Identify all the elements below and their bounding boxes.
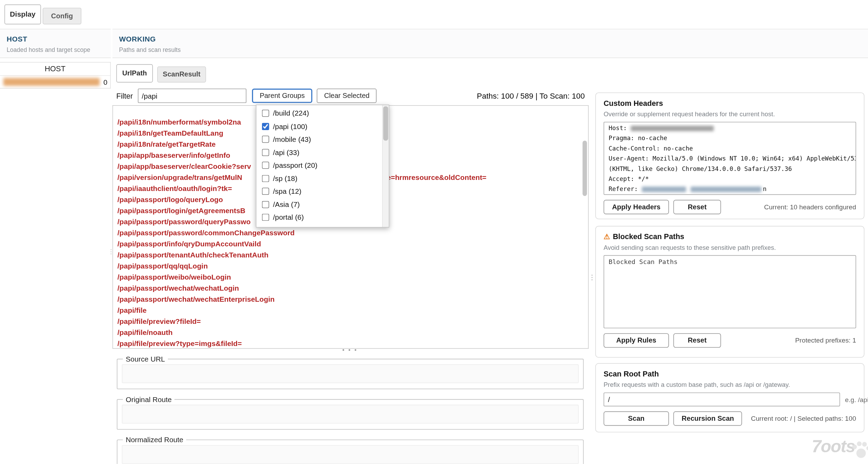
filter-label: Filter — [116, 92, 133, 100]
headers-status: Current: 10 headers configured — [764, 203, 856, 211]
redacted-hostname — [3, 78, 100, 86]
horizontal-resize-handle[interactable] — [341, 347, 359, 353]
dropdown-item-label: /build (224) — [273, 109, 309, 118]
dropdown-item[interactable]: /papi (100) — [256, 120, 382, 133]
dropdown-item[interactable]: /build (224) — [256, 107, 382, 120]
blocked-paths-textarea[interactable] — [604, 255, 856, 328]
dropdown-scrollbar[interactable] — [382, 105, 389, 227]
header-line: Host: — [608, 124, 851, 134]
custom-headers-title: Custom Headers — [604, 99, 856, 107]
host-list-title: HOST — [0, 63, 110, 76]
dropdown-item-label: /spa (12) — [273, 187, 301, 195]
header-line: Pragma: no-cache — [608, 134, 851, 144]
paths-summary: Paths: 100 / 589 | To Scan: 100 — [477, 91, 585, 100]
dropdown-item-checkbox[interactable] — [262, 175, 269, 182]
custom-headers-subtitle: Override or supplement request headers f… — [604, 111, 856, 117]
dropdown-item-checkbox[interactable] — [262, 162, 269, 169]
blocked-reset-button[interactable]: Reset — [673, 333, 721, 348]
dropdown-item[interactable]: /portal (6) — [256, 211, 382, 224]
path-item[interactable]: /papi/passport/wechat/wechatEnterpriseLo… — [117, 294, 486, 305]
source-url-label: Source URL — [123, 355, 168, 363]
dropdown-item[interactable]: /Asia (7) — [256, 198, 382, 211]
working-panel-header: WORKING Paths and scan results — [112, 29, 868, 58]
header-line: Cache-Control: no-cache — [608, 144, 851, 154]
normalized-route-group: Normalized Route — [117, 436, 584, 464]
left-splitter-handle[interactable] — [108, 249, 112, 266]
path-item[interactable]: /papi/passport/password/commonChangePass… — [117, 228, 486, 239]
clear-selected-button[interactable]: Clear Selected — [317, 89, 377, 103]
scan-root-status: Current root: / | Selected paths: 100 — [751, 415, 856, 422]
top-tab-bar: Display Config — [4, 4, 81, 25]
path-item[interactable]: /papi/file/preview?fileId= — [117, 316, 486, 327]
dropdown-item-checkbox[interactable] — [262, 149, 269, 156]
parent-groups-button[interactable]: Parent Groups — [252, 89, 313, 103]
dropdown-item[interactable]: /spa (12) — [256, 185, 382, 198]
tab-scanresult[interactable]: ScanResult — [157, 66, 206, 82]
path-list-scrollbar-thumb[interactable] — [582, 140, 587, 196]
path-item-head: /papi/version/upgrade/trans/getMulN — [117, 173, 242, 182]
redacted-referer-value — [690, 187, 761, 192]
blocked-paths-card: ⚠Blocked Scan Paths Avoid sending scan r… — [595, 226, 865, 358]
path-item[interactable]: /papi/file/preview?type=imgs&fileId= — [117, 338, 486, 349]
path-item[interactable]: /papi/passport/qq/qqLogin — [117, 261, 486, 272]
dropdown-item[interactable]: /mobile (43) — [256, 133, 382, 146]
dropdown-item-label: /papi (100) — [273, 122, 307, 130]
tab-urlpath[interactable]: UrlPath — [116, 64, 153, 83]
dropdown-item-list: /build (224)/papi (100)/mobile (43)/api … — [256, 107, 382, 224]
dropdown-item-label: /Asia (7) — [273, 200, 300, 209]
source-url-group: Source URL — [117, 355, 584, 389]
dropdown-item-checkbox[interactable] — [262, 188, 269, 195]
dropdown-item-checkbox[interactable] — [262, 214, 269, 221]
header-line: (KHTML, like Gecko) Chrome/134.0.0.0 Saf… — [608, 164, 851, 174]
watermark: 7oots — [812, 437, 868, 463]
dropdown-item[interactable]: /passport (20) — [256, 159, 382, 172]
dropdown-item-checkbox[interactable] — [262, 123, 269, 130]
filter-input[interactable] — [138, 89, 246, 103]
path-item[interactable]: /papi/file/noauth — [117, 327, 486, 338]
normalized-route-value — [122, 445, 579, 464]
dropdown-item-label: /api (33) — [273, 148, 299, 156]
path-item[interactable]: /papi/passport/info/qryDumpAccountVaild — [117, 239, 486, 250]
scan-button[interactable]: Scan — [604, 411, 669, 426]
working-tab-bar: UrlPath ScanResult — [116, 64, 206, 83]
dropdown-item[interactable]: /sp (18) — [256, 172, 382, 185]
dropdown-item[interactable]: /api (33) — [256, 146, 382, 159]
dropdown-item-label: /sp (18) — [273, 174, 298, 183]
blocked-paths-title-text: Blocked Scan Paths — [613, 233, 685, 241]
blocked-paths-actions: Apply Rules Reset Protected prefixes: 1 — [604, 333, 856, 348]
recursion-scan-button[interactable]: Recursion Scan — [673, 411, 742, 426]
right-splitter-handle[interactable] — [589, 275, 593, 291]
host-list-item[interactable]: 0 — [0, 76, 110, 88]
host-panel-subtitle: Loaded hosts and target scope — [7, 46, 111, 53]
path-item[interactable]: /papi/passport/wechat/wechatLogin — [117, 283, 486, 294]
headers-box[interactable]: Host: Pragma: no-cacheCache-Control: no-… — [604, 122, 856, 195]
redacted-host-value — [631, 126, 714, 131]
original-route-label: Original Route — [123, 395, 174, 403]
paw-icon — [851, 439, 868, 460]
apply-headers-button[interactable]: Apply Headers — [604, 200, 669, 215]
scan-root-actions: Scan Recursion Scan Current root: / | Se… — [604, 411, 856, 426]
working-panel-title: WORKING — [119, 35, 868, 43]
original-route-value — [122, 405, 579, 424]
dropdown-item-checkbox[interactable] — [262, 110, 269, 117]
tab-config[interactable]: Config — [43, 8, 81, 24]
tab-display[interactable]: Display — [4, 4, 41, 25]
scan-root-card: Scan Root Path Prefix requests with a cu… — [595, 363, 865, 433]
dropdown-item-checkbox[interactable] — [262, 136, 269, 143]
blocked-paths-title: ⚠Blocked Scan Paths — [604, 233, 856, 241]
path-item[interactable]: /papi/file — [117, 305, 486, 316]
headers-reset-button[interactable]: Reset — [673, 200, 721, 215]
scan-root-input[interactable] — [604, 392, 840, 406]
path-item[interactable]: /papi/passport/weibo/weiboLogin — [117, 272, 486, 283]
source-url-value — [122, 364, 579, 383]
header-line: Referer: n — [608, 185, 851, 195]
working-panel-subtitle: Paths and scan results — [119, 46, 868, 53]
blocked-status: Protected prefixes: 1 — [795, 337, 856, 344]
path-item[interactable]: /papi/passport/tenantAuth/checkTenantAut… — [117, 250, 486, 261]
apply-rules-button[interactable]: Apply Rules — [604, 333, 669, 348]
parent-groups-dropdown: /build (224)/papi (100)/mobile (43)/api … — [256, 104, 389, 227]
blocked-paths-subtitle: Avoid sending scan requests to these sen… — [604, 244, 856, 251]
normalized-route-label: Normalized Route — [123, 436, 186, 444]
dropdown-item-checkbox[interactable] — [262, 201, 269, 208]
dropdown-scrollbar-thumb[interactable] — [383, 106, 388, 140]
